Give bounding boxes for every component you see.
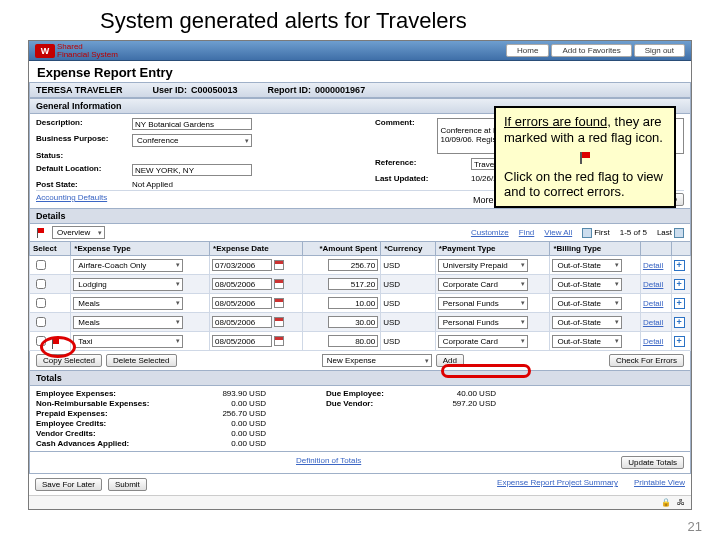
table-row: Meals08/05/200610.00USDPersonal FundsOut… (30, 294, 691, 313)
submit-button[interactable]: Submit (108, 478, 147, 491)
expense-type-select[interactable]: Lodging (73, 278, 183, 291)
description-input[interactable]: NY Botanical Gardens (132, 118, 252, 130)
calendar-icon[interactable] (274, 298, 284, 308)
update-totals-button[interactable]: Update Totals (621, 456, 684, 469)
add-row-button[interactable]: + (674, 260, 685, 271)
definition-link[interactable]: Definition of Totals (296, 456, 361, 469)
payment-type-select[interactable]: Personal Funds (438, 297, 528, 310)
col-currency[interactable]: *Currency (381, 242, 436, 256)
calendar-icon[interactable] (274, 260, 284, 270)
amount-input[interactable]: 256.70 (328, 259, 378, 271)
business-purpose-select[interactable]: Conference (132, 134, 252, 147)
col-billing[interactable]: *Billing Type (550, 242, 641, 256)
col-payment[interactable]: *Payment Type (435, 242, 550, 256)
page-title: Expense Report Entry (29, 61, 691, 82)
new-expense-select[interactable]: New Expense (322, 354, 432, 367)
currency-cell: USD (381, 275, 436, 294)
col-date[interactable]: *Expense Date (210, 242, 303, 256)
col-select[interactable]: Select (30, 242, 71, 256)
detail-link[interactable]: Detail (643, 337, 663, 346)
detail-link[interactable]: Detail (643, 318, 663, 327)
arrow-left-icon (582, 228, 592, 238)
expense-type-select[interactable]: Taxi (73, 335, 183, 348)
billing-type-select[interactable]: Out-of-State (552, 297, 622, 310)
report-summary-link[interactable]: Expense Report Project Summary (497, 478, 618, 491)
amount-input[interactable]: 80.00 (328, 335, 378, 347)
row-select-checkbox[interactable] (36, 279, 46, 289)
expense-type-select[interactable]: Meals (73, 316, 183, 329)
default-location-input[interactable]: NEW YORK, NY (132, 164, 252, 176)
last-nav[interactable]: Last (657, 228, 684, 238)
totals-header[interactable]: Totals (29, 371, 691, 386)
expense-date-input[interactable]: 08/05/2006 (212, 278, 272, 290)
payment-type-select[interactable]: Corporate Card (438, 335, 528, 348)
printable-view-link[interactable]: Printable View (634, 478, 685, 491)
user-id-value: C00050013 (191, 85, 238, 95)
col-type[interactable]: *Expense Type (71, 242, 210, 256)
comment-label: Comment: (375, 118, 431, 127)
accounting-defaults-link[interactable]: Accounting Defaults (36, 193, 107, 206)
add-row-button[interactable]: + (674, 279, 685, 290)
signout-link[interactable]: Sign out (634, 44, 685, 57)
add-row-button[interactable]: + (674, 336, 685, 347)
due-emp-label: Due Employee: (326, 389, 436, 398)
billing-type-select[interactable]: Out-of-State (552, 259, 622, 272)
network-icon: 🖧 (677, 498, 685, 507)
col-amount[interactable]: *Amount Spent (303, 242, 381, 256)
billing-type-select[interactable]: Out-of-State (552, 316, 622, 329)
add-button[interactable]: Add (436, 354, 464, 367)
home-link[interactable]: Home (506, 44, 549, 57)
detail-link[interactable]: Detail (643, 261, 663, 270)
overview-select[interactable]: Overview (52, 226, 105, 239)
amount-input[interactable]: 30.00 (328, 316, 378, 328)
billing-type-select[interactable]: Out-of-State (552, 335, 622, 348)
find-link[interactable]: Find (519, 228, 535, 238)
viewall-link[interactable]: View All (544, 228, 572, 238)
row-select-checkbox[interactable] (36, 317, 46, 327)
expense-date-input[interactable]: 08/05/2006 (212, 316, 272, 328)
flag-icon[interactable] (51, 339, 61, 349)
payment-type-select[interactable]: Personal Funds (438, 316, 528, 329)
amount-input[interactable]: 10.00 (328, 297, 378, 309)
calendar-icon[interactable] (274, 317, 284, 327)
expense-date-input[interactable]: 07/03/2006 (212, 259, 272, 271)
row-select-checkbox[interactable] (36, 336, 46, 346)
currency-cell: USD (381, 313, 436, 332)
bottom-row: Save For Later Submit Expense Report Pro… (29, 474, 691, 495)
callout-line3: Click on the red flag to view and to cor… (504, 169, 663, 200)
calendar-icon[interactable] (274, 336, 284, 346)
favorites-link[interactable]: Add to Favorites (551, 44, 631, 57)
expense-date-input[interactable]: 08/05/2006 (212, 297, 272, 309)
detail-link[interactable]: Detail (643, 299, 663, 308)
post-state-value: Not Applied (132, 180, 173, 189)
amount-input[interactable]: 517.20 (328, 278, 378, 290)
table-row: Meals08/05/200630.00USDPersonal FundsOut… (30, 313, 691, 332)
details-header[interactable]: Details (29, 209, 691, 224)
delete-selected-button[interactable]: Delete Selected (106, 354, 176, 367)
add-row-button[interactable]: + (674, 298, 685, 309)
status-bar: 🔒 🖧 (29, 495, 691, 509)
save-later-button[interactable]: Save For Later (35, 478, 102, 491)
expense-type-select[interactable]: Meals (73, 297, 183, 310)
row-select-checkbox[interactable] (36, 298, 46, 308)
user-id-label: User ID: (153, 85, 188, 95)
totals-body: Employee Expenses: Non-Reimbursable Expe… (29, 386, 691, 452)
first-nav[interactable]: First (582, 228, 610, 238)
calendar-icon[interactable] (274, 279, 284, 289)
expense-type-select[interactable]: Airfare-Coach Only (73, 259, 183, 272)
totals-footer: Definition of Totals Update Totals (29, 452, 691, 474)
status-gi-label: Status: (36, 151, 126, 160)
payment-type-select[interactable]: University Prepaid (438, 259, 528, 272)
copy-selected-button[interactable]: Copy Selected (36, 354, 102, 367)
cash-adv-label: Cash Advances Applied: (36, 439, 206, 448)
check-errors-button[interactable]: Check For Errors (609, 354, 684, 367)
billing-type-select[interactable]: Out-of-State (552, 278, 622, 291)
flag-icon (578, 152, 592, 164)
customize-link[interactable]: Customize (471, 228, 509, 238)
row-select-checkbox[interactable] (36, 260, 46, 270)
expense-date-input[interactable]: 08/05/2006 (212, 335, 272, 347)
detail-link[interactable]: Detail (643, 280, 663, 289)
payment-type-select[interactable]: Corporate Card (438, 278, 528, 291)
add-row-button[interactable]: + (674, 317, 685, 328)
col-detail (640, 242, 671, 256)
